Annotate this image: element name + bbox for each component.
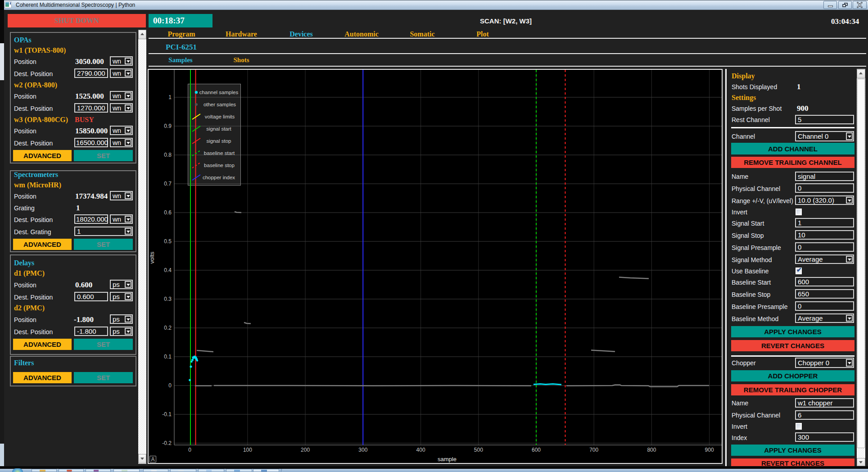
svg-text:700: 700 bbox=[589, 447, 598, 453]
svg-text:300: 300 bbox=[358, 447, 367, 453]
svg-text:voltage limits: voltage limits bbox=[205, 114, 235, 119]
svg-text:chopper index: chopper index bbox=[203, 175, 235, 180]
svg-text:0: 0 bbox=[168, 382, 172, 389]
svg-text:0.2: 0.2 bbox=[164, 325, 172, 331]
svg-text:sample: sample bbox=[438, 456, 457, 463]
svg-text:signal start: signal start bbox=[206, 126, 231, 132]
svg-text:0.6: 0.6 bbox=[164, 209, 172, 216]
svg-text:baseline stop: baseline stop bbox=[204, 163, 235, 168]
svg-text:0.4: 0.4 bbox=[164, 267, 172, 273]
svg-text:0.9: 0.9 bbox=[164, 123, 172, 129]
svg-text:signal stop: signal stop bbox=[207, 138, 231, 144]
svg-text:1: 1 bbox=[168, 94, 172, 100]
svg-text:0.7: 0.7 bbox=[164, 181, 172, 187]
svg-text:900: 900 bbox=[705, 447, 714, 453]
svg-text:0.3: 0.3 bbox=[164, 296, 172, 302]
svg-text:channel samples: channel samples bbox=[199, 90, 239, 95]
svg-text:0.8: 0.8 bbox=[164, 152, 172, 158]
svg-text:A: A bbox=[151, 456, 155, 463]
svg-text:100: 100 bbox=[243, 447, 252, 453]
svg-text:0.1: 0.1 bbox=[164, 354, 172, 360]
svg-text:200: 200 bbox=[301, 447, 310, 453]
svg-text:-0.1: -0.1 bbox=[162, 411, 172, 418]
svg-text:800: 800 bbox=[647, 447, 656, 453]
svg-text:volts: volts bbox=[149, 251, 155, 263]
svg-text:0: 0 bbox=[188, 447, 191, 453]
svg-text:-0.2: -0.2 bbox=[162, 440, 172, 446]
svg-text:other samples: other samples bbox=[203, 102, 236, 107]
svg-text:600: 600 bbox=[532, 447, 541, 453]
svg-text:baseline start: baseline start bbox=[204, 150, 235, 156]
svg-text:0.5: 0.5 bbox=[164, 238, 172, 245]
svg-text:400: 400 bbox=[416, 447, 425, 453]
svg-text:500: 500 bbox=[474, 447, 483, 453]
